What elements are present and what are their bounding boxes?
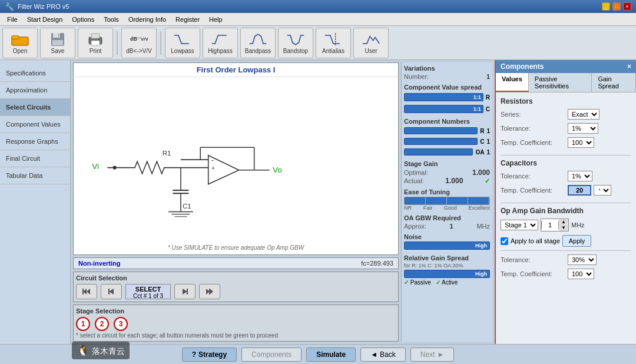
svg-rect-9 (98, 38, 100, 40)
toolbar-bandstop[interactable]: Bandstop (278, 28, 313, 58)
circuit-next[interactable] (174, 284, 196, 299)
toolbar-bandpass-label: Bandpass (245, 48, 271, 54)
svg-rect-4 (58, 34, 59, 37)
sidebar-specifications[interactable]: Specifications (0, 65, 70, 82)
stage-gbw-value[interactable]: 1 (541, 221, 559, 229)
ease-tuning-section: Ease of Tuning NR Fair Good Excellent (404, 188, 490, 211)
svg-marker-42 (183, 289, 187, 294)
toolbar: Open Save Print dB↔V/V dB<->V/V Lowpass … (0, 26, 636, 60)
spread-r-label: R (486, 94, 490, 101)
menu-options[interactable]: Options (67, 15, 99, 24)
svg-rect-8 (91, 41, 100, 45)
apply-all-checkbox[interactable] (501, 237, 508, 245)
tab-passive-sensitivities[interactable]: Passive Sensitivities (529, 73, 592, 92)
toolbar-open[interactable]: Open (2, 28, 38, 58)
stage-gbw-down[interactable]: ▼ (559, 225, 568, 231)
sidebar-approximation[interactable]: Approximation (0, 82, 70, 99)
circuit-prev-prev[interactable] (76, 284, 97, 299)
circuit-selection: Circuit Selection SELECT Cct # 1 of 3 (73, 272, 399, 302)
menu-tools[interactable]: Tools (99, 15, 124, 24)
menu-start-design[interactable]: Start Design (22, 15, 68, 24)
r-tempco-select[interactable]: 10050200 (568, 137, 594, 148)
c-tolerance-select[interactable]: 1%2%5% (568, 171, 592, 181)
strategy-button[interactable]: ? Strategy (182, 348, 237, 362)
series-label: Series: (501, 111, 565, 118)
menu-help[interactable]: Help (204, 15, 227, 24)
menu-ordering-info[interactable]: Ordering Info (124, 15, 171, 24)
toolbar-db-convert[interactable]: dB↔V/V dB<->V/V (121, 28, 157, 58)
circuit-select-button[interactable]: SELECT Cct # 1 of 3 (125, 284, 171, 299)
stage-gbw-up[interactable]: ▲ (559, 219, 568, 225)
oa-tempco-select[interactable]: 10050200 (568, 269, 594, 279)
stage-gain-title: Stage Gain (404, 160, 490, 167)
rel-gain-title: Relative Gain Spread (404, 254, 490, 262)
stage-gbw-spinbox: 1 ▲ ▼ (541, 219, 569, 231)
tab-gain-spread[interactable]: Gain Spread (592, 73, 636, 92)
oa-tolerance-select[interactable]: 30%10%20%50% (568, 254, 597, 265)
circuit-buttons: SELECT Cct # 1 of 3 (76, 284, 396, 299)
sidebar-component-values[interactable]: Component Values (0, 116, 70, 133)
sidebar-tabular-data[interactable]: Tabular Data (0, 167, 70, 184)
approx-value: 1 (450, 223, 453, 230)
back-label: Back (380, 350, 396, 359)
circuit-note: * Use SIMULATE to ensure adequate Op Amp… (74, 244, 398, 251)
back-button[interactable]: ◄ Back (360, 348, 406, 362)
toolbar-bandpass[interactable]: Bandpass (240, 28, 276, 58)
ease-fair: Fair (423, 205, 433, 211)
c-tempco-label: Temp. Coefficient: (501, 187, 565, 194)
stage-btn-2[interactable]: 2 (95, 317, 109, 331)
passive-check: ✓ Passive (404, 279, 431, 286)
toolbar-lowpass[interactable]: Lowpass (165, 28, 200, 58)
maximize-button[interactable]: □ (612, 2, 621, 11)
comp-num-oa-value: 1 (486, 149, 490, 155)
minimize-button[interactable]: _ (602, 2, 610, 11)
stage-btn-1[interactable]: 1 (76, 317, 90, 331)
variations-title: Variations (404, 65, 490, 72)
menu-register[interactable]: Register (171, 15, 204, 24)
variations-section: Variations Number: 1 (404, 65, 490, 80)
r-tolerance-label: Tolerance: (501, 125, 565, 132)
resistors-tolerance-row: Tolerance: 1%0.5%5% (501, 123, 631, 134)
title-bar: 🔧 Filter Wiz PRO v5 _ □ × (0, 0, 636, 13)
toolbar-print[interactable]: Print (78, 28, 113, 58)
circuit-next-next[interactable] (199, 284, 220, 299)
apply-button[interactable]: Apply (562, 235, 592, 247)
series-select[interactable]: ExactE6E12E24 (568, 109, 599, 120)
menu-file[interactable]: File (2, 15, 22, 24)
components-btn-label: Components (251, 350, 292, 359)
next-button[interactable]: Next ► (410, 348, 455, 362)
toolbar-antialias[interactable]: Antialias (316, 28, 351, 58)
strategy-label: Strategy (198, 350, 227, 359)
toolbar-save[interactable]: Save (40, 28, 75, 58)
r-tolerance-select[interactable]: 1%0.5%5% (568, 123, 598, 134)
noise-section: Noise High (404, 233, 490, 251)
simulate-button[interactable]: Simulate (306, 348, 356, 362)
svg-marker-46 (210, 289, 213, 294)
sidebar-response-graphs[interactable]: Response Graphs (0, 133, 70, 150)
toolbar-open-label: Open (13, 48, 27, 54)
svg-rect-5 (52, 40, 63, 45)
c-tempco-select[interactable]: ▼ (594, 185, 611, 196)
oa-tolerance-label: Tolerance: (501, 256, 565, 263)
stage-gbw-select[interactable]: Stage 1Stage 2Stage 3 (501, 220, 538, 230)
cap-tempco-row: Temp. Coefficient: 20 ▼ (501, 185, 631, 196)
folder-icon (11, 31, 29, 48)
close-button[interactable]: × (623, 2, 631, 11)
resistors-section: Resistors Series: ExactE6E12E24 Toleranc… (501, 97, 631, 148)
stage-btn-3[interactable]: 3 (114, 317, 128, 331)
menu-bar: File Start Design Options Tools Ordering… (0, 13, 636, 26)
sidebar-final-circuit[interactable]: Final Circuit (0, 150, 70, 167)
oa-tempco-label: Temp. Coefficient: (501, 270, 565, 277)
components-close[interactable]: × (627, 62, 631, 71)
toolbar-highpass[interactable]: Highpass (203, 28, 238, 58)
sidebar-select-circuits[interactable]: Select Circuits (0, 99, 70, 116)
toolbar-user[interactable]: User (353, 28, 389, 58)
ease-good: Good (444, 205, 457, 211)
c-tolerance-label: Tolerance: (501, 173, 565, 180)
tab-values[interactable]: Values (496, 73, 529, 92)
svg-text:R1: R1 (163, 150, 171, 157)
c-tempco-input[interactable]: 20 (568, 185, 591, 196)
component-numbers-section: Component Numbers R 1 C 1 OA 1 (404, 118, 490, 157)
circuit-prev[interactable] (101, 284, 122, 299)
spread-r-value: 1:1 (473, 94, 481, 100)
